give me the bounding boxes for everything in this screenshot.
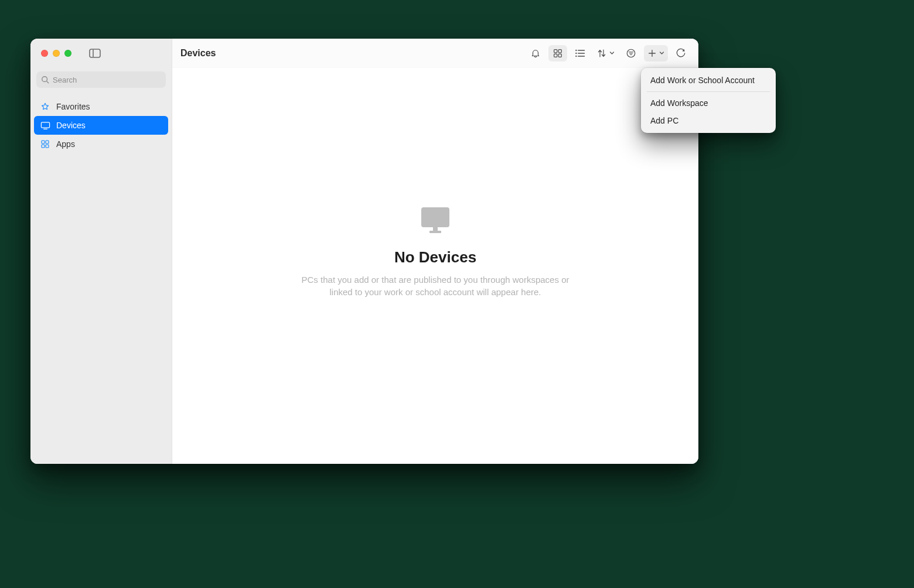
chevron-down-icon	[609, 50, 615, 56]
filter-button[interactable]	[622, 45, 640, 61]
menu-item-add-pc[interactable]: Add PC	[641, 112, 776, 129]
svg-point-16	[575, 55, 577, 56]
empty-state-title: No Devices	[394, 248, 476, 266]
grid-view-button[interactable]	[548, 45, 567, 61]
notifications-button[interactable]	[526, 45, 545, 61]
sidebar-item-apps[interactable]: Apps	[34, 135, 168, 153]
apps-grid-icon	[40, 139, 50, 149]
svg-rect-26	[421, 207, 449, 227]
refresh-icon	[676, 48, 686, 59]
app-stage: Favorites Devices	[0, 0, 914, 588]
search-input[interactable]	[53, 76, 161, 84]
toolbar-actions	[526, 45, 690, 61]
display-icon	[40, 121, 50, 130]
empty-state-description: PCs that you add or that are published t…	[295, 274, 576, 298]
add-button[interactable]	[644, 45, 668, 61]
svg-rect-10	[554, 49, 557, 52]
svg-point-14	[575, 49, 577, 50]
bell-icon	[530, 48, 541, 59]
menu-divider	[647, 91, 770, 92]
svg-rect-28	[429, 231, 441, 233]
zoom-window-button[interactable]	[64, 50, 71, 57]
list-view-icon	[574, 49, 586, 58]
window-controls	[41, 50, 71, 57]
sidebar-item-devices[interactable]: Devices	[34, 116, 168, 135]
empty-state-display-icon	[419, 206, 452, 237]
menu-item-add-account[interactable]: Add Work or School Account	[641, 71, 776, 89]
add-menu-popover: Add Work or School Account Add Workspace…	[641, 68, 776, 133]
svg-rect-8	[42, 145, 45, 148]
sidebar-icon	[89, 49, 101, 58]
toggle-sidebar-button[interactable]	[87, 47, 103, 60]
svg-rect-6	[42, 141, 45, 143]
plus-icon	[647, 49, 657, 58]
menu-item-add-workspace[interactable]: Add Workspace	[641, 94, 776, 112]
titlebar	[30, 39, 172, 68]
sidebar-item-label: Apps	[56, 139, 75, 149]
star-icon	[40, 102, 50, 111]
sidebar-item-label: Devices	[56, 121, 86, 130]
search-field[interactable]	[36, 71, 166, 88]
refresh-button[interactable]	[671, 45, 690, 61]
page-title: Devices	[180, 48, 216, 59]
svg-line-3	[47, 81, 49, 83]
svg-rect-9	[46, 145, 49, 148]
minimize-window-button[interactable]	[53, 50, 60, 57]
toolbar: Devices	[172, 39, 698, 68]
svg-rect-0	[90, 49, 100, 57]
sidebar-item-label: Favorites	[56, 102, 90, 111]
app-window: Favorites Devices	[30, 39, 698, 464]
svg-point-15	[575, 52, 577, 53]
svg-rect-12	[554, 54, 557, 57]
sort-button[interactable]	[593, 45, 618, 61]
filter-icon	[626, 48, 636, 59]
sidebar: Favorites Devices	[30, 39, 172, 464]
svg-rect-11	[558, 49, 561, 52]
svg-rect-4	[41, 122, 49, 127]
close-window-button[interactable]	[41, 50, 48, 57]
search-container	[30, 68, 172, 95]
content-area: No Devices PCs that you add or that are …	[172, 68, 698, 464]
sort-arrows-icon	[596, 48, 607, 59]
svg-rect-27	[433, 227, 438, 231]
sidebar-item-favorites[interactable]: Favorites	[34, 97, 168, 116]
main-area: Devices	[172, 39, 698, 464]
search-icon	[41, 76, 49, 84]
svg-rect-7	[46, 141, 49, 143]
svg-rect-13	[558, 54, 561, 57]
list-view-button[interactable]	[571, 45, 589, 61]
chevron-down-icon	[659, 50, 664, 56]
sidebar-nav: Favorites Devices	[30, 95, 172, 156]
grid-view-icon	[553, 48, 563, 59]
